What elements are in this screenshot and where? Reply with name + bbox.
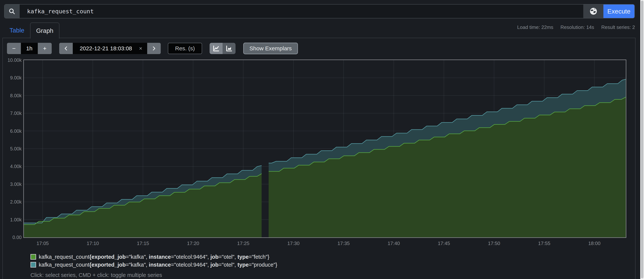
load-time: Load time: 22ms	[517, 24, 553, 30]
line-chart-icon	[212, 45, 220, 52]
chart-plot-area[interactable]	[23, 59, 626, 238]
query-stats: Load time: 22ms Resolution: 14s Result s…	[517, 24, 635, 30]
stacked-chart-icon	[226, 45, 233, 52]
result-series: Result series: 2	[601, 24, 635, 30]
legend-hint: Click: select series, CMD + click: toggl…	[30, 272, 277, 278]
time-forward-button[interactable]	[147, 43, 161, 54]
legend-swatch	[30, 262, 36, 268]
x-tick-label: 17:10	[80, 241, 106, 246]
x-tick-label: 17:45	[431, 241, 457, 246]
tab-table[interactable]: Table	[4, 22, 30, 38]
execute-button[interactable]: Execute	[604, 4, 634, 18]
x-tick-label: 17:35	[330, 241, 357, 246]
chart-type-toggle	[210, 43, 236, 54]
globe-time-icon	[589, 7, 598, 15]
y-tick-label: 5.00k	[4, 146, 22, 151]
graph-panel: − + × Show Exemplars 0.001.00k2.00k3.0	[2, 38, 636, 279]
page-scrollbar-thumb[interactable]	[641, 0, 644, 279]
y-tick-label: 4.00k	[4, 164, 22, 169]
resolution: Resolution: 14s	[560, 24, 594, 30]
x-tick-label: 17:05	[30, 241, 56, 246]
tab-graph[interactable]: Graph	[30, 22, 60, 38]
resolution-input[interactable]	[168, 43, 202, 54]
line-chart-toggle-button[interactable]	[210, 43, 222, 54]
query-bar: Execute	[4, 4, 635, 18]
y-tick-label: 9.00k	[4, 75, 22, 80]
legend: kafka_request_count{exported_job="kafka"…	[30, 253, 277, 278]
time-selector-button[interactable]	[583, 4, 604, 18]
series-fetch-area	[24, 174, 262, 237]
x-tick-label: 17:15	[130, 241, 156, 246]
y-tick-label: 0.00	[4, 235, 22, 240]
chevron-left-icon	[63, 46, 69, 51]
clear-time-icon[interactable]: ×	[139, 45, 147, 52]
query-input[interactable]	[20, 4, 583, 18]
datetime-input[interactable]	[73, 45, 139, 52]
legend-series-text: kafka_request_count{exported_job="kafka"…	[39, 262, 277, 268]
x-tick-label: 17:50	[481, 241, 507, 246]
duration-decrease-button[interactable]: −	[7, 43, 21, 54]
x-tick-label: 17:55	[531, 241, 557, 246]
duration-increase-button[interactable]: +	[38, 43, 52, 54]
y-tick-label: 7.00k	[4, 111, 22, 116]
duration-input[interactable]	[21, 43, 38, 54]
x-tick-label: 17:30	[280, 241, 306, 246]
chevron-right-icon	[151, 46, 157, 51]
duration-control: − +	[7, 43, 52, 54]
search-icon-box	[4, 4, 20, 18]
page-scrollbar-track	[640, 0, 644, 279]
show-exemplars-button[interactable]: Show Exemplars	[243, 43, 298, 54]
legend-series-text: kafka_request_count{exported_job="kafka"…	[39, 254, 269, 260]
stacked-chart-toggle-button[interactable]	[222, 43, 236, 54]
datetime-control: ×	[59, 43, 161, 54]
y-tick-label: 3.00k	[4, 182, 22, 187]
y-tick-label: 1.00k	[4, 217, 22, 222]
chart-canvas	[24, 60, 626, 237]
datetime-field: ×	[73, 43, 147, 54]
x-tick-label: 18:00	[581, 241, 608, 246]
y-tick-label: 6.00k	[4, 128, 22, 134]
time-back-button[interactable]	[59, 43, 73, 54]
legend-swatch	[30, 254, 36, 260]
search-icon	[8, 8, 16, 15]
y-tick-label: 8.00k	[4, 93, 22, 98]
legend-item[interactable]: kafka_request_count{exported_job="kafka"…	[30, 261, 277, 269]
x-tick-label: 17:20	[180, 241, 206, 246]
legend-item[interactable]: kafka_request_count{exported_job="kafka"…	[30, 253, 277, 261]
series-fetch-area	[268, 97, 626, 237]
y-tick-label: 10.00k	[4, 57, 22, 63]
x-tick-label: 17:40	[381, 241, 407, 246]
view-tabs: Table Graph	[4, 22, 60, 38]
x-tick-label: 17:25	[230, 241, 256, 246]
y-tick-label: 2.00k	[4, 199, 22, 205]
